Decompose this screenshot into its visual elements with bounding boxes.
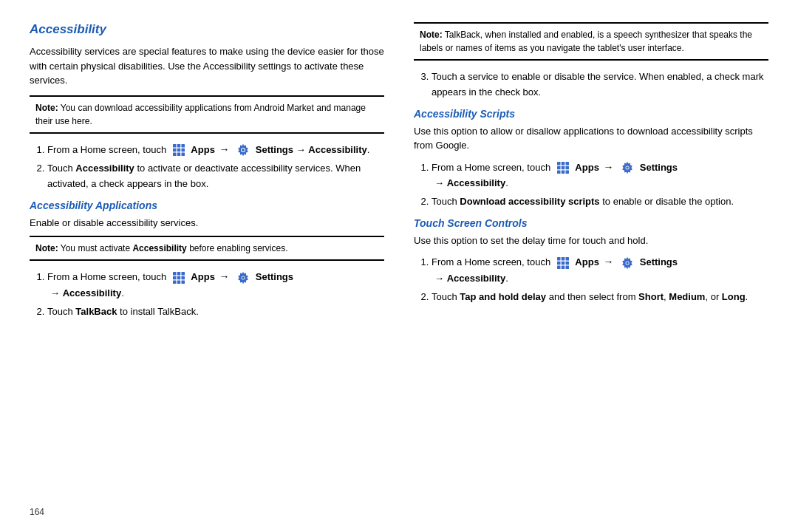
svg-rect-13	[177, 272, 180, 276]
svg-rect-42	[565, 265, 569, 269]
svg-rect-37	[557, 262, 561, 265]
arrow-3: →	[219, 270, 229, 282]
acc-scripts-steps: From a Home screen, touch	[414, 159, 768, 210]
svg-point-11	[242, 149, 245, 151]
touch-screen-desc: Use this option to set the delay time fo…	[414, 233, 768, 248]
apps-icon-4	[555, 255, 571, 271]
svg-rect-15	[173, 276, 177, 279]
svg-rect-16	[177, 276, 180, 279]
touch-screen-step-2: Touch Tap and hold delay and then select…	[432, 290, 768, 305]
gear-icon-1	[235, 142, 251, 158]
svg-rect-18	[173, 280, 177, 284]
gear-icon-3	[619, 160, 635, 176]
svg-point-22	[242, 276, 245, 279]
touch-screen-title: Touch Screen Controls	[414, 217, 768, 229]
svg-rect-5	[181, 149, 185, 152]
apps-icon-2	[171, 270, 187, 286]
main-steps-list: From a Home screen, touch	[30, 141, 384, 192]
svg-rect-29	[557, 171, 561, 174]
apps-label-1: Apps	[191, 144, 215, 155]
page-number: 164	[30, 507, 768, 517]
touch-screen-step-1: From a Home screen, touch	[432, 253, 768, 286]
note-text-1: You can download accessibility applicati…	[35, 103, 366, 126]
svg-rect-2	[181, 144, 185, 148]
svg-rect-17	[181, 276, 185, 279]
apps-icon-3	[555, 160, 571, 176]
svg-rect-27	[561, 166, 565, 170]
acc-applications-title: Accessibility Applications	[30, 200, 384, 211]
svg-rect-38	[561, 262, 565, 265]
accessibility-label-1: Accessibility	[308, 144, 367, 155]
accessibility-steps-list: From a Home screen, touch	[30, 268, 384, 319]
svg-rect-36	[565, 257, 569, 261]
svg-rect-40	[557, 265, 561, 269]
note-text-2: You must activate Accessibility before e…	[61, 243, 288, 253]
apps-icon-1	[171, 142, 187, 158]
right-top-note: Note: TalkBack, when installed and enabl…	[414, 22, 768, 61]
svg-rect-28	[565, 166, 569, 170]
svg-rect-6	[173, 153, 177, 157]
svg-rect-24	[561, 162, 565, 166]
svg-rect-12	[173, 272, 177, 276]
svg-rect-20	[181, 280, 185, 284]
svg-rect-0	[173, 144, 177, 148]
svg-rect-3	[173, 149, 177, 152]
page: Accessibility Accessibility services are…	[0, 0, 798, 532]
svg-rect-26	[557, 166, 561, 170]
main-step-2: Touch Accessibility to activate or deact…	[47, 161, 384, 192]
main-step-1: From a Home screen, touch	[47, 141, 384, 159]
note-label-1: Note:	[35, 103, 58, 113]
svg-point-33	[626, 166, 629, 169]
left-column: Accessibility Accessibility services are…	[30, 22, 384, 499]
gear-icon-2	[235, 270, 251, 286]
svg-rect-23	[557, 162, 561, 166]
acc-scripts-step-2: Touch Download accessibility scripts to …	[432, 194, 768, 210]
touch-screen-steps: From a Home screen, touch	[414, 253, 768, 304]
acc-step-1: From a Home screen, touch	[47, 268, 384, 301]
acc-scripts-step-1: From a Home screen, touch	[432, 159, 768, 191]
acc-scripts-desc: Use this option to allow or disallow app…	[414, 124, 768, 153]
svg-rect-35	[561, 257, 565, 261]
svg-rect-25	[565, 162, 569, 166]
intro-text: Accessibility services are special featu…	[30, 44, 384, 88]
page-title: Accessibility	[30, 22, 384, 37]
acc-scripts-title: Accessibility Scripts	[414, 108, 768, 120]
acc-applications-desc: Enable or disable accessibility services…	[30, 216, 384, 231]
gear-icon-4	[619, 255, 635, 271]
svg-point-44	[626, 262, 629, 265]
svg-rect-31	[565, 171, 569, 174]
note-box-2: Note: You must activate Accessibility be…	[30, 236, 384, 261]
svg-rect-19	[177, 280, 180, 284]
right-step-3-list: Touch a service to enable or disable the…	[414, 69, 768, 100]
svg-rect-8	[181, 153, 185, 157]
svg-rect-14	[181, 272, 185, 276]
svg-rect-39	[565, 262, 569, 265]
svg-rect-34	[557, 257, 561, 261]
arrow-2: →	[296, 144, 309, 155]
note-box-1: Note: You can download accessibility app…	[30, 95, 384, 134]
right-step-3: Touch a service to enable or disable the…	[432, 69, 768, 100]
svg-rect-1	[177, 144, 180, 148]
svg-rect-30	[561, 171, 565, 174]
svg-rect-4	[177, 149, 180, 152]
arrow-1: →	[219, 143, 229, 155]
acc-step-2: Touch TalkBack to install TalkBack.	[47, 304, 384, 320]
svg-rect-41	[561, 265, 565, 269]
note-label-2: Note:	[35, 243, 58, 253]
svg-rect-7	[177, 153, 180, 157]
settings-label-1: Settings	[256, 144, 293, 155]
right-column: Note: TalkBack, when installed and enabl…	[414, 22, 768, 499]
